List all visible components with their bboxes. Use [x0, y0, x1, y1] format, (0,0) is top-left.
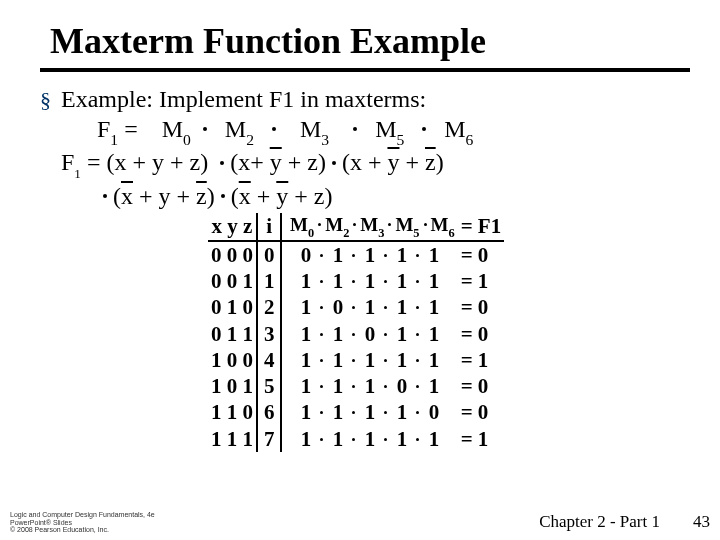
intro-text: Example: Implement F1 in maxterms:: [61, 84, 473, 114]
table-row: 0 0 00 0 1 1 1 1 = 0: [208, 241, 504, 268]
table-body: 0 0 00 0 1 1 1 1 = 00 0 11 1 1 1 1 1 = 1…: [208, 241, 504, 452]
hdr-maxterms: M0M2M3M5M6: [281, 213, 457, 241]
page-number: 43: [693, 512, 710, 532]
hdr-xyz: x y z: [208, 213, 257, 241]
dot-icon: [203, 127, 207, 131]
expansion-line-1: F1 = (x + y + z) (x+ y + z)(x + y + z): [61, 147, 473, 180]
title-rule: [40, 68, 690, 72]
dot-icon: [220, 161, 224, 165]
content: § Example: Implement F1 in maxterms: F1 …: [40, 84, 690, 452]
dot-icon: [221, 194, 225, 198]
dot-icon: [103, 194, 107, 198]
maxterm-table: x y z i M0M2M3M5M6 = F1 0 0 00 0 1 1 1 1…: [208, 213, 504, 452]
table-row: 0 1 02 1 0 1 1 1 = 0: [208, 294, 504, 320]
dot-icon: [353, 127, 357, 131]
footer-left: Logic and Computer Design Fundamentals, …: [10, 511, 155, 534]
table-row: 1 1 17 1 1 1 1 1 = 1: [208, 426, 504, 452]
slide: Maxterm Function Example § Example: Impl…: [0, 0, 720, 452]
dot-icon: [272, 127, 276, 131]
hdr-i: i: [257, 213, 281, 241]
table-row: 1 1 06 1 1 1 1 0 = 0: [208, 399, 504, 425]
table-row: 1 0 04 1 1 1 1 1 = 1: [208, 347, 504, 373]
dot-icon: [332, 161, 336, 165]
footer-right: Chapter 2 - Part 1: [539, 512, 660, 532]
table-header: x y z i M0M2M3M5M6 = F1: [208, 213, 504, 241]
bullet-intro: § Example: Implement F1 in maxterms: F1 …: [40, 84, 690, 211]
dot-icon: [422, 127, 426, 131]
hdr-result: = F1: [458, 213, 505, 241]
table-row: 1 0 15 1 1 1 0 1 = 0: [208, 373, 504, 399]
truth-table: x y z i M0M2M3M5M6 = F1 0 0 00 0 1 1 1 1…: [208, 213, 690, 452]
table-row: 0 0 11 1 1 1 1 1 = 1: [208, 268, 504, 294]
slide-title: Maxterm Function Example: [50, 20, 690, 62]
bullet-icon: §: [40, 86, 51, 213]
maxterm-product-line: F1 = M0 M2 M3 M5 M6: [97, 114, 473, 147]
table-row: 0 1 13 1 1 0 1 1 = 0: [208, 321, 504, 347]
expansion-line-2: (x + y + z)(x + y + z): [97, 181, 473, 211]
